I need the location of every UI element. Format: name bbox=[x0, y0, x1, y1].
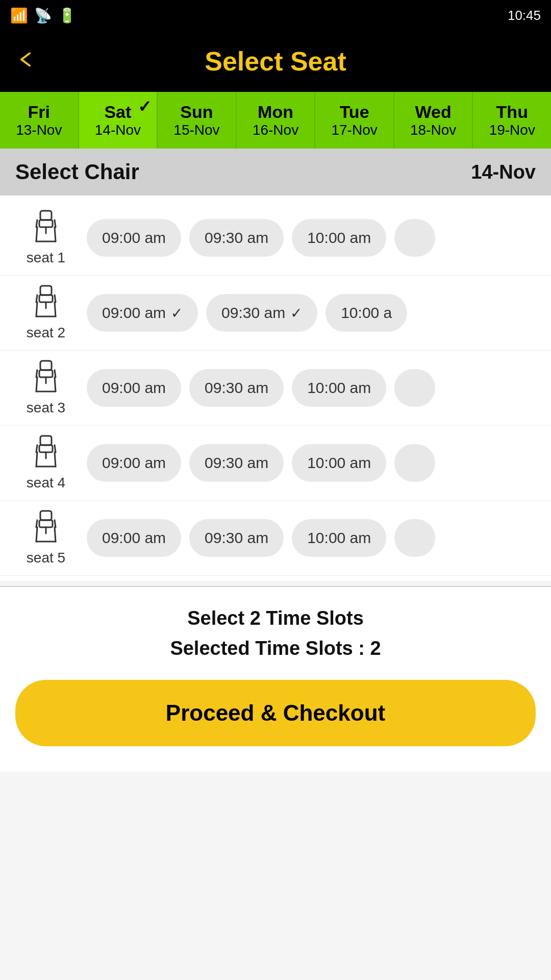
date-day-label: Thu bbox=[496, 102, 528, 122]
svg-rect-33 bbox=[39, 520, 53, 527]
time-slot[interactable]: 09:30 am bbox=[189, 519, 284, 557]
date-day-label: Mon bbox=[258, 102, 293, 122]
svg-rect-0 bbox=[40, 211, 52, 220]
svg-rect-17 bbox=[39, 370, 53, 377]
time-slot[interactable]: 09:00 am bbox=[87, 519, 181, 557]
svg-rect-16 bbox=[40, 361, 52, 370]
svg-rect-9 bbox=[39, 295, 53, 302]
header: Select Seat bbox=[0, 31, 551, 92]
wifi-icon: 📡 bbox=[34, 7, 52, 24]
date-num-label: 13-Nov bbox=[16, 122, 62, 138]
svg-rect-24 bbox=[40, 436, 52, 445]
chair-icon bbox=[32, 285, 60, 322]
chair-icon bbox=[32, 435, 60, 472]
time-slot[interactable]: 10:00 am bbox=[292, 519, 386, 557]
seat-info-3: seat 3 bbox=[10, 360, 82, 416]
svg-line-10 bbox=[36, 302, 37, 316]
time-slot[interactable]: 09:00 am bbox=[87, 444, 181, 482]
svg-rect-8 bbox=[40, 286, 52, 295]
chair-icon bbox=[32, 210, 60, 247]
svg-line-18 bbox=[36, 377, 37, 391]
battery-icon: 🔋 bbox=[58, 7, 76, 24]
status-left: 📶 📡 🔋 bbox=[10, 7, 76, 24]
time-slot-more[interactable] bbox=[394, 219, 435, 257]
svg-line-38 bbox=[36, 520, 37, 527]
time-slot[interactable]: 10:00 a bbox=[325, 294, 407, 332]
date-day-label: Wed bbox=[415, 102, 452, 122]
time-slots-row: 09:00 am ✓09:30 am ✓10:00 a bbox=[82, 294, 541, 332]
time-slot-label: 09:30 am bbox=[205, 379, 268, 397]
time-slot-label: 10:00 am bbox=[307, 379, 371, 397]
svg-line-34 bbox=[36, 527, 37, 542]
time-slot[interactable]: 09:00 am bbox=[87, 369, 181, 407]
date-selector: Fri13-Nov✓Sat14-NovSun15-NovMon16-NovTue… bbox=[0, 92, 551, 149]
chair-icon bbox=[32, 360, 60, 397]
time-slot[interactable]: 10:00 am bbox=[292, 369, 386, 407]
time-slot-label: 10:00 am bbox=[307, 229, 371, 247]
svg-line-7 bbox=[55, 220, 56, 227]
time-slots-row: 09:00 am09:30 am10:00 am bbox=[82, 369, 541, 407]
time-slot[interactable]: 09:30 am ✓ bbox=[206, 294, 317, 332]
date-item-mon[interactable]: Mon16-Nov bbox=[237, 92, 316, 149]
status-bar: 📶 📡 🔋 10:45 bbox=[0, 0, 551, 31]
time-slots-row: 09:00 am09:30 am10:00 am bbox=[82, 519, 541, 557]
svg-line-11 bbox=[55, 302, 56, 316]
selected-slots-text: Selected Time Slots : 2 bbox=[170, 638, 381, 659]
time-slot[interactable]: 09:30 am bbox=[189, 369, 284, 407]
seat-name-label: seat 2 bbox=[27, 325, 65, 341]
time-slot[interactable]: 09:30 am bbox=[189, 444, 284, 482]
svg-line-30 bbox=[36, 445, 37, 452]
time-slot-more[interactable] bbox=[394, 519, 435, 557]
time-slot-label: 09:00 am bbox=[102, 304, 166, 322]
time-slot-more[interactable] bbox=[394, 369, 435, 407]
time-slots-row: 09:00 am09:30 am10:00 am bbox=[82, 219, 541, 257]
date-day-label: Fri bbox=[28, 102, 50, 122]
select-chair-label: Select Chair bbox=[15, 160, 139, 184]
svg-rect-25 bbox=[39, 445, 53, 452]
time-slot-label: 09:00 am bbox=[102, 454, 166, 472]
time-slot-more[interactable] bbox=[394, 444, 435, 482]
time-slot[interactable]: 09:00 am bbox=[87, 219, 181, 257]
svg-rect-32 bbox=[40, 511, 52, 520]
checkout-button[interactable]: Proceed & Checkout bbox=[15, 680, 536, 746]
seat-row: seat 409:00 am09:30 am10:00 am bbox=[0, 426, 551, 501]
back-button[interactable] bbox=[15, 47, 36, 76]
seat-row: seat 109:00 am09:30 am10:00 am bbox=[0, 201, 551, 276]
chair-icon bbox=[32, 510, 60, 547]
svg-line-19 bbox=[55, 377, 56, 391]
date-item-tue[interactable]: Tue17-Nov bbox=[315, 92, 394, 149]
date-item-sat[interactable]: ✓Sat14-Nov bbox=[79, 92, 158, 149]
seat-name-label: seat 4 bbox=[27, 475, 65, 491]
date-num-label: 17-Nov bbox=[331, 122, 377, 138]
date-check-icon: ✓ bbox=[138, 97, 152, 116]
svg-line-39 bbox=[55, 520, 56, 527]
seat-row: seat 309:00 am09:30 am10:00 am bbox=[0, 351, 551, 426]
svg-line-35 bbox=[55, 527, 56, 542]
svg-rect-1 bbox=[39, 220, 53, 227]
date-day-label: Sat bbox=[104, 102, 131, 122]
date-item-sun[interactable]: Sun15-Nov bbox=[158, 92, 237, 149]
date-item-fri[interactable]: Fri13-Nov bbox=[0, 92, 79, 149]
date-day-label: Sun bbox=[180, 102, 213, 122]
time-slot[interactable]: 09:30 am bbox=[189, 219, 284, 257]
time-slot-label: 10:00 am bbox=[307, 529, 371, 547]
svg-line-15 bbox=[55, 295, 56, 302]
time-slot-label: 09:30 am bbox=[205, 454, 268, 472]
page-title: Select Seat bbox=[205, 46, 346, 77]
signal-icon: 📶 bbox=[10, 7, 28, 24]
svg-line-26 bbox=[36, 452, 37, 467]
time-slot-label: 09:30 am bbox=[221, 304, 285, 322]
time-slot[interactable]: 10:00 am bbox=[292, 444, 386, 482]
time-slot-check-icon: ✓ bbox=[171, 305, 183, 322]
time-slot[interactable]: 10:00 am bbox=[292, 219, 386, 257]
seat-row: seat 209:00 am ✓09:30 am ✓10:00 a bbox=[0, 276, 551, 351]
select-slots-text: Select 2 Time Slots bbox=[187, 607, 364, 629]
time-slot-label: 10:00 a bbox=[341, 304, 392, 322]
status-right: 10:45 bbox=[508, 8, 541, 23]
time-slot-label: 09:30 am bbox=[205, 529, 268, 547]
date-num-label: 16-Nov bbox=[253, 122, 298, 138]
date-item-wed[interactable]: Wed18-Nov bbox=[394, 92, 473, 149]
date-num-label: 15-Nov bbox=[173, 122, 219, 138]
time-slot[interactable]: 09:00 am ✓ bbox=[87, 294, 198, 332]
date-item-thu[interactable]: Thu19-Nov bbox=[473, 92, 551, 149]
